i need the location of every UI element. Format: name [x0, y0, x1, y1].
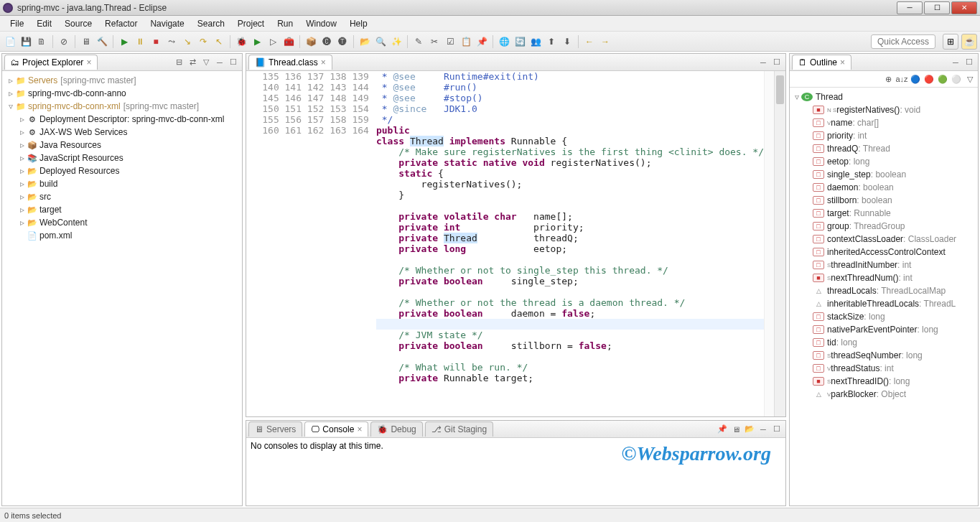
- team-icon[interactable]: 👥: [528, 34, 543, 49]
- outline-item[interactable]: □Vname : char[]: [793, 116, 975, 129]
- minimize-button[interactable]: ─: [897, 1, 923, 14]
- tree-item[interactable]: ▹📂target: [4, 203, 241, 216]
- saveall-icon[interactable]: 🗎: [34, 34, 49, 49]
- stepreturn-icon[interactable]: ↖: [212, 34, 226, 49]
- project-explorer-tree[interactable]: ▹📁Servers[spring-mvc master]▹📁spring-mvc…: [2, 71, 242, 245]
- outline-item[interactable]: ■SnextThreadNum() : int: [793, 271, 975, 284]
- overview-ruler[interactable]: [764, 71, 774, 416]
- expand-icon[interactable]: ▹: [18, 127, 27, 137]
- tree-item[interactable]: ▹📂src: [4, 190, 241, 203]
- run-icon[interactable]: ▶: [250, 34, 264, 49]
- runlast-icon[interactable]: ▷: [266, 34, 280, 49]
- expand-icon[interactable]: ▹: [18, 114, 27, 124]
- close-icon[interactable]: ×: [840, 57, 845, 67]
- hide-fields-icon[interactable]: 🔵: [910, 73, 921, 85]
- new-class-icon[interactable]: 🅒: [319, 34, 334, 49]
- maximize-view-icon[interactable]: ☐: [228, 57, 239, 68]
- close-icon[interactable]: ×: [86, 57, 91, 67]
- skip-breakpoints-icon[interactable]: ⊘: [57, 34, 71, 49]
- focus-icon[interactable]: ⊕: [882, 73, 894, 85]
- expand-icon[interactable]: ▹: [18, 153, 27, 163]
- maximize-view-icon[interactable]: ☐: [963, 57, 975, 68]
- menu-help[interactable]: Help: [344, 17, 373, 30]
- tree-item[interactable]: ▹📂WebContent: [4, 216, 241, 229]
- menu-file[interactable]: File: [4, 17, 29, 30]
- hide-local-icon[interactable]: ⚪: [951, 73, 962, 85]
- clipboard-icon[interactable]: 📋: [459, 34, 473, 49]
- web-browser-icon[interactable]: 🌐: [497, 34, 511, 49]
- save-icon[interactable]: 💾: [19, 34, 33, 49]
- menu-navigate[interactable]: Navigate: [144, 17, 190, 30]
- tab-debug[interactable]: 🐞Debug: [370, 421, 422, 437]
- link-editor-icon[interactable]: ⇄: [187, 57, 198, 68]
- tree-item[interactable]: ▹📁spring-mvc-db-conn-anno: [4, 87, 241, 100]
- pin-console-icon[interactable]: 📌: [717, 424, 728, 435]
- minimize-view-icon[interactable]: ─: [757, 424, 769, 435]
- menu-search[interactable]: Search: [192, 17, 230, 30]
- menu-source[interactable]: Source: [59, 17, 98, 30]
- minimize-view-icon[interactable]: ─: [950, 57, 961, 68]
- menu-refactor[interactable]: Refactor: [99, 17, 143, 30]
- external-tools-icon[interactable]: 🧰: [281, 34, 296, 49]
- outline-item[interactable]: □nativeParkEventPointer : long: [793, 323, 975, 336]
- outline-item[interactable]: □contextClassLoader : ClassLoader: [793, 233, 975, 246]
- menu-edit[interactable]: Edit: [31, 17, 57, 30]
- disconnect-icon[interactable]: ⤳: [164, 34, 179, 49]
- pin-icon[interactable]: 📌: [475, 34, 489, 49]
- outline-item[interactable]: □group : ThreadGroup: [793, 220, 975, 233]
- outline-item[interactable]: □priority : int: [793, 129, 975, 142]
- outline-item[interactable]: △threadLocals : ThreadLocalMap: [793, 284, 975, 297]
- tree-item[interactable]: ▿📁spring-mvc-db-conn-xml[spring-mvc mast…: [4, 100, 241, 113]
- suspend-icon[interactable]: ⏸: [133, 34, 147, 49]
- outline-item[interactable]: □tid : long: [793, 336, 975, 349]
- tree-item[interactable]: ▹📦Java Resources: [4, 139, 241, 152]
- outline-item[interactable]: ■SnextThreadID() : long: [793, 375, 975, 388]
- new-icon[interactable]: 📄: [3, 34, 17, 49]
- tree-item[interactable]: ▹📂Deployed Resources: [4, 164, 241, 177]
- tree-item[interactable]: ▹⚙Deployment Descriptor: spring-mvc-db-c…: [4, 113, 241, 126]
- hide-nonpublic-icon[interactable]: 🟢: [937, 73, 948, 85]
- outline-item[interactable]: □eetop : long: [793, 155, 975, 168]
- tab-project-explorer[interactable]: 🗂 Project Explorer ×: [4, 55, 98, 70]
- commit-icon[interactable]: ⬆: [544, 34, 559, 49]
- forward-icon[interactable]: →: [598, 34, 612, 49]
- annotation-icon[interactable]: ✂: [427, 34, 442, 49]
- outline-item[interactable]: □stillborn : boolean: [793, 194, 975, 207]
- tree-item[interactable]: 📄pom.xml: [4, 229, 241, 242]
- open-console-icon[interactable]: 📂: [744, 424, 755, 435]
- minimize-view-icon[interactable]: ─: [214, 57, 225, 68]
- view-menu-icon[interactable]: ▽: [200, 57, 212, 68]
- expand-icon[interactable]: ▹: [18, 218, 27, 228]
- tree-item[interactable]: ▹📚JavaScript Resources: [4, 152, 241, 164]
- maximize-button[interactable]: ☐: [924, 1, 950, 14]
- quick-access-input[interactable]: [871, 34, 935, 49]
- pull-icon[interactable]: ⬇: [560, 34, 574, 49]
- new-type-icon[interactable]: 🅣: [335, 34, 350, 49]
- close-icon[interactable]: ×: [321, 57, 326, 67]
- tree-item[interactable]: ▹📁Servers[spring-mvc master]: [4, 74, 241, 87]
- expand-icon[interactable]: ▹: [6, 88, 15, 98]
- view-menu-icon[interactable]: ▽: [964, 73, 976, 85]
- editor-area[interactable]: 135 136 137 138 139 140 141 142 143 144 …: [246, 71, 764, 416]
- outline-root[interactable]: ▿CThread: [793, 90, 975, 103]
- minimize-view-icon[interactable]: ─: [757, 57, 769, 68]
- editor-scrollbar[interactable]: [774, 71, 785, 416]
- outline-item[interactable]: □daemon : boolean: [793, 181, 975, 194]
- task-icon[interactable]: ☑: [443, 34, 457, 49]
- menu-project[interactable]: Project: [232, 17, 270, 30]
- tree-item[interactable]: ▹📂build: [4, 177, 241, 190]
- maximize-view-icon[interactable]: ☐: [771, 57, 783, 68]
- display-console-icon[interactable]: 🖥: [730, 424, 742, 435]
- tree-item[interactable]: ▹⚙JAX-WS Web Services: [4, 126, 241, 139]
- outline-item[interactable]: □SthreadSeqNumber : long: [793, 349, 975, 362]
- expand-icon[interactable]: ▹: [18, 192, 27, 202]
- outline-item[interactable]: □stackSize : long: [793, 310, 975, 323]
- new-server-icon[interactable]: 🖥: [79, 34, 93, 49]
- expand-icon[interactable]: ▹: [18, 205, 27, 215]
- expand-icon[interactable]: ▹: [18, 166, 27, 176]
- tab-git-staging[interactable]: ⎇Git Staging: [425, 421, 493, 437]
- outline-item[interactable]: □threadQ : Thread: [793, 142, 975, 155]
- outline-item[interactable]: ■N SregisterNatives() : void: [793, 103, 975, 116]
- outline-item[interactable]: □SthreadInitNumber : int: [793, 258, 975, 271]
- outline-item[interactable]: △VparkBlocker : Object: [793, 388, 975, 401]
